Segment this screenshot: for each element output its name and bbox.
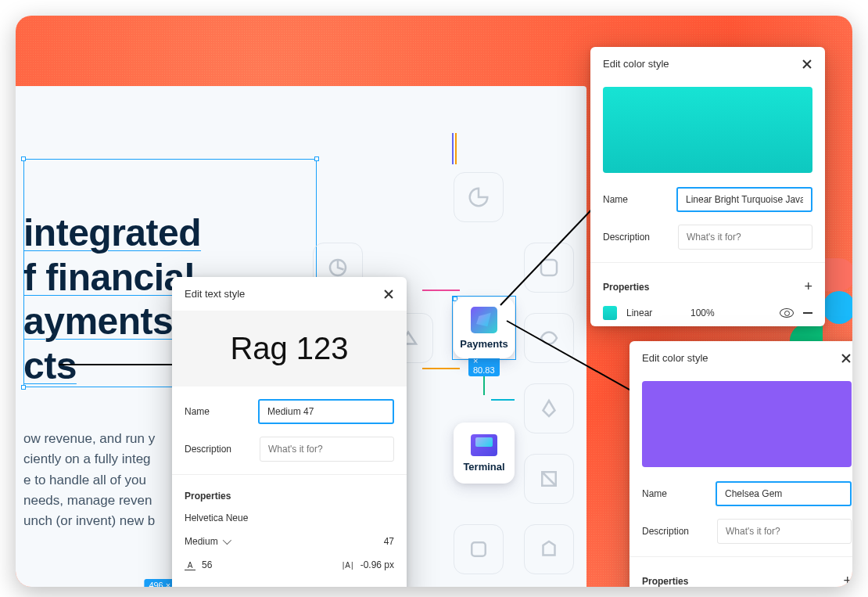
terminal-icon [471, 434, 497, 456]
name-label: Name [642, 488, 706, 499]
remove-fill-icon[interactable] [803, 312, 812, 314]
visibility-icon[interactable] [780, 308, 794, 318]
name-input[interactable] [258, 399, 394, 424]
component-tile[interactable] [524, 243, 574, 293]
headline-line: f financia [23, 257, 185, 298]
line-height-icon [185, 561, 195, 570]
text-preview: Rag 123 [172, 311, 407, 387]
component-tile[interactable] [524, 524, 574, 574]
color-preview[interactable] [642, 381, 852, 467]
font-weight-select[interactable]: Medium [185, 536, 229, 547]
close-icon[interactable] [383, 289, 394, 300]
headline-line: cts [23, 345, 77, 387]
payments-card[interactable]: Payments [454, 297, 515, 358]
headline-line: integrated [23, 212, 201, 254]
panel-title: Edit text style [185, 288, 245, 300]
description-label: Description [603, 232, 669, 243]
panel-title: Edit color style [642, 352, 708, 364]
letter-spacing-field[interactable]: -0.96 px [343, 559, 394, 570]
properties-label: Properties [603, 282, 649, 293]
chevron-down-icon [222, 536, 231, 545]
edit-color-style-panel-bottom[interactable]: Edit color style Name Description Proper… [629, 341, 852, 587]
name-label: Name [603, 194, 667, 205]
resize-handle[interactable] [21, 156, 26, 161]
description-input[interactable] [260, 437, 394, 462]
edit-color-style-panel-top[interactable]: Edit color style Name Description Proper… [590, 47, 825, 326]
panel-title: Edit color style [603, 58, 669, 70]
add-property-icon[interactable]: + [843, 573, 852, 587]
fill-type[interactable]: Linear [626, 307, 681, 318]
payments-label: Payments [460, 338, 508, 350]
terminal-label: Terminal [463, 461, 504, 473]
terminal-card[interactable]: Terminal [454, 423, 515, 484]
alignment-guide [452, 133, 454, 164]
letter-spacing-icon [343, 561, 354, 570]
properties-label: Properties [642, 576, 688, 587]
description-label: Description [185, 444, 250, 455]
line-height-field[interactable]: 56 [185, 559, 212, 570]
add-property-icon[interactable]: + [804, 279, 812, 295]
description-label: Description [642, 526, 708, 537]
name-input[interactable] [716, 481, 852, 506]
svg-rect-1 [541, 260, 557, 275]
close-icon[interactable] [841, 353, 852, 364]
alignment-guide [491, 399, 515, 401]
opacity-value[interactable]: 100% [690, 307, 770, 318]
close-icon[interactable] [802, 59, 812, 70]
alignment-guide [422, 368, 460, 369]
description-input[interactable] [678, 225, 812, 250]
payments-icon [471, 307, 497, 333]
alignment-guide [455, 133, 457, 164]
font-size-value[interactable]: 47 [384, 536, 394, 547]
fill-swatch[interactable] [603, 306, 617, 320]
resize-handle[interactable] [314, 156, 319, 161]
font-family-value[interactable]: Helvetica Neue [185, 512, 248, 523]
color-preview[interactable] [603, 87, 812, 173]
component-tile[interactable] [454, 524, 504, 574]
design-canvas-frame: 496 × 484 integrated f financial ayments… [16, 16, 852, 587]
svg-rect-2 [472, 542, 486, 556]
headline-line: ayments [23, 300, 173, 342]
alignment-guide [422, 290, 460, 291]
description-input[interactable] [717, 519, 852, 544]
component-tile[interactable] [524, 313, 574, 363]
name-label: Name [185, 406, 249, 417]
component-tile[interactable] [524, 383, 574, 433]
component-tile[interactable] [524, 454, 574, 504]
properties-label: Properties [185, 491, 231, 502]
name-input[interactable] [676, 187, 812, 212]
edit-text-style-panel[interactable]: Edit text style Rag 123 Name Description… [172, 277, 407, 587]
component-tile[interactable] [454, 172, 504, 222]
